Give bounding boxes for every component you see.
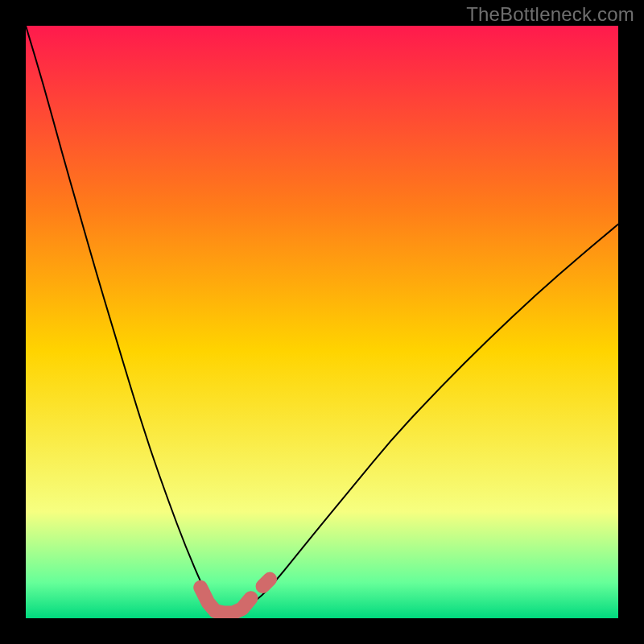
watermark-text: TheBottleneck.com [466,3,634,26]
chart-plot [26,26,618,618]
outer-frame: TheBottleneck.com [0,0,644,644]
gradient-background [26,26,618,618]
chart-svg [26,26,618,618]
optimal-outlier [262,579,270,586]
